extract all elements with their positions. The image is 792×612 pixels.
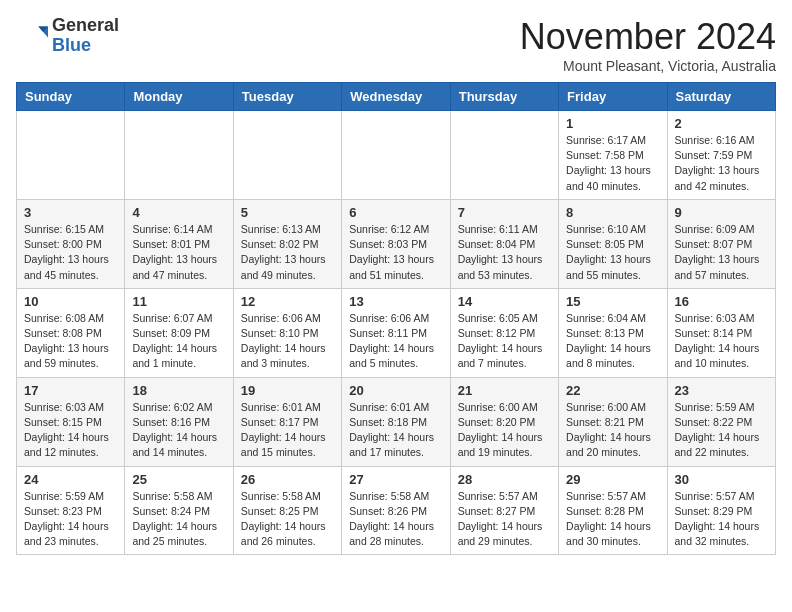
calendar-cell: 21Sunrise: 6:00 AM Sunset: 8:20 PM Dayli…: [450, 377, 558, 466]
day-number: 1: [566, 116, 659, 131]
day-number: 30: [675, 472, 768, 487]
day-info: Sunrise: 6:03 AM Sunset: 8:14 PM Dayligh…: [675, 311, 768, 372]
calendar-cell: 3Sunrise: 6:15 AM Sunset: 8:00 PM Daylig…: [17, 199, 125, 288]
logo-icon: [16, 20, 48, 52]
day-info: Sunrise: 5:58 AM Sunset: 8:25 PM Dayligh…: [241, 489, 334, 550]
calendar-week-row: 24Sunrise: 5:59 AM Sunset: 8:23 PM Dayli…: [17, 466, 776, 555]
calendar-week-row: 17Sunrise: 6:03 AM Sunset: 8:15 PM Dayli…: [17, 377, 776, 466]
calendar-cell: 19Sunrise: 6:01 AM Sunset: 8:17 PM Dayli…: [233, 377, 341, 466]
day-number: 28: [458, 472, 551, 487]
calendar-cell: 1Sunrise: 6:17 AM Sunset: 7:58 PM Daylig…: [559, 111, 667, 200]
day-of-week-header: Tuesday: [233, 83, 341, 111]
calendar-week-row: 1Sunrise: 6:17 AM Sunset: 7:58 PM Daylig…: [17, 111, 776, 200]
day-number: 2: [675, 116, 768, 131]
day-info: Sunrise: 5:57 AM Sunset: 8:27 PM Dayligh…: [458, 489, 551, 550]
day-number: 23: [675, 383, 768, 398]
day-number: 24: [24, 472, 117, 487]
day-info: Sunrise: 6:10 AM Sunset: 8:05 PM Dayligh…: [566, 222, 659, 283]
calendar-cell: 20Sunrise: 6:01 AM Sunset: 8:18 PM Dayli…: [342, 377, 450, 466]
day-info: Sunrise: 6:01 AM Sunset: 8:18 PM Dayligh…: [349, 400, 442, 461]
calendar-cell: 16Sunrise: 6:03 AM Sunset: 8:14 PM Dayli…: [667, 288, 775, 377]
day-info: Sunrise: 6:03 AM Sunset: 8:15 PM Dayligh…: [24, 400, 117, 461]
day-of-week-header: Saturday: [667, 83, 775, 111]
day-number: 11: [132, 294, 225, 309]
calendar-cell: [233, 111, 341, 200]
calendar-week-row: 3Sunrise: 6:15 AM Sunset: 8:00 PM Daylig…: [17, 199, 776, 288]
calendar-cell: 15Sunrise: 6:04 AM Sunset: 8:13 PM Dayli…: [559, 288, 667, 377]
logo-text: General Blue: [52, 16, 119, 56]
calendar-cell: [342, 111, 450, 200]
calendar-cell: 13Sunrise: 6:06 AM Sunset: 8:11 PM Dayli…: [342, 288, 450, 377]
calendar-cell: 7Sunrise: 6:11 AM Sunset: 8:04 PM Daylig…: [450, 199, 558, 288]
calendar-cell: 23Sunrise: 5:59 AM Sunset: 8:22 PM Dayli…: [667, 377, 775, 466]
calendar-cell: 25Sunrise: 5:58 AM Sunset: 8:24 PM Dayli…: [125, 466, 233, 555]
calendar-cell: 6Sunrise: 6:12 AM Sunset: 8:03 PM Daylig…: [342, 199, 450, 288]
day-number: 16: [675, 294, 768, 309]
day-info: Sunrise: 6:06 AM Sunset: 8:10 PM Dayligh…: [241, 311, 334, 372]
calendar-cell: 30Sunrise: 5:57 AM Sunset: 8:29 PM Dayli…: [667, 466, 775, 555]
calendar-cell: 9Sunrise: 6:09 AM Sunset: 8:07 PM Daylig…: [667, 199, 775, 288]
day-number: 8: [566, 205, 659, 220]
day-info: Sunrise: 6:15 AM Sunset: 8:00 PM Dayligh…: [24, 222, 117, 283]
day-number: 22: [566, 383, 659, 398]
day-number: 29: [566, 472, 659, 487]
calendar-cell: 14Sunrise: 6:05 AM Sunset: 8:12 PM Dayli…: [450, 288, 558, 377]
day-info: Sunrise: 6:00 AM Sunset: 8:20 PM Dayligh…: [458, 400, 551, 461]
day-number: 15: [566, 294, 659, 309]
calendar-cell: 11Sunrise: 6:07 AM Sunset: 8:09 PM Dayli…: [125, 288, 233, 377]
calendar-cell: [450, 111, 558, 200]
day-info: Sunrise: 5:59 AM Sunset: 8:23 PM Dayligh…: [24, 489, 117, 550]
day-number: 19: [241, 383, 334, 398]
day-info: Sunrise: 5:58 AM Sunset: 8:26 PM Dayligh…: [349, 489, 442, 550]
day-info: Sunrise: 6:12 AM Sunset: 8:03 PM Dayligh…: [349, 222, 442, 283]
day-info: Sunrise: 6:09 AM Sunset: 8:07 PM Dayligh…: [675, 222, 768, 283]
calendar-cell: 28Sunrise: 5:57 AM Sunset: 8:27 PM Dayli…: [450, 466, 558, 555]
day-info: Sunrise: 5:57 AM Sunset: 8:29 PM Dayligh…: [675, 489, 768, 550]
calendar-cell: 10Sunrise: 6:08 AM Sunset: 8:08 PM Dayli…: [17, 288, 125, 377]
day-info: Sunrise: 6:05 AM Sunset: 8:12 PM Dayligh…: [458, 311, 551, 372]
calendar-cell: 29Sunrise: 5:57 AM Sunset: 8:28 PM Dayli…: [559, 466, 667, 555]
day-info: Sunrise: 6:01 AM Sunset: 8:17 PM Dayligh…: [241, 400, 334, 461]
page-header: General Blue November 2024 Mount Pleasan…: [16, 16, 776, 74]
calendar-cell: 12Sunrise: 6:06 AM Sunset: 8:10 PM Dayli…: [233, 288, 341, 377]
day-info: Sunrise: 6:02 AM Sunset: 8:16 PM Dayligh…: [132, 400, 225, 461]
calendar-table: SundayMondayTuesdayWednesdayThursdayFrid…: [16, 82, 776, 555]
calendar-cell: 22Sunrise: 6:00 AM Sunset: 8:21 PM Dayli…: [559, 377, 667, 466]
calendar-cell: 26Sunrise: 5:58 AM Sunset: 8:25 PM Dayli…: [233, 466, 341, 555]
location: Mount Pleasant, Victoria, Australia: [520, 58, 776, 74]
day-info: Sunrise: 6:07 AM Sunset: 8:09 PM Dayligh…: [132, 311, 225, 372]
day-of-week-header: Thursday: [450, 83, 558, 111]
calendar-cell: 8Sunrise: 6:10 AM Sunset: 8:05 PM Daylig…: [559, 199, 667, 288]
calendar-header-row: SundayMondayTuesdayWednesdayThursdayFrid…: [17, 83, 776, 111]
logo: General Blue: [16, 16, 119, 56]
day-info: Sunrise: 6:00 AM Sunset: 8:21 PM Dayligh…: [566, 400, 659, 461]
day-number: 27: [349, 472, 442, 487]
title-block: November 2024 Mount Pleasant, Victoria, …: [520, 16, 776, 74]
day-number: 14: [458, 294, 551, 309]
calendar-week-row: 10Sunrise: 6:08 AM Sunset: 8:08 PM Dayli…: [17, 288, 776, 377]
day-number: 21: [458, 383, 551, 398]
day-info: Sunrise: 6:06 AM Sunset: 8:11 PM Dayligh…: [349, 311, 442, 372]
day-of-week-header: Wednesday: [342, 83, 450, 111]
day-info: Sunrise: 6:13 AM Sunset: 8:02 PM Dayligh…: [241, 222, 334, 283]
day-number: 3: [24, 205, 117, 220]
day-info: Sunrise: 6:17 AM Sunset: 7:58 PM Dayligh…: [566, 133, 659, 194]
day-info: Sunrise: 6:16 AM Sunset: 7:59 PM Dayligh…: [675, 133, 768, 194]
day-info: Sunrise: 6:04 AM Sunset: 8:13 PM Dayligh…: [566, 311, 659, 372]
calendar-cell: 5Sunrise: 6:13 AM Sunset: 8:02 PM Daylig…: [233, 199, 341, 288]
month-title: November 2024: [520, 16, 776, 58]
day-number: 18: [132, 383, 225, 398]
day-info: Sunrise: 5:59 AM Sunset: 8:22 PM Dayligh…: [675, 400, 768, 461]
calendar-cell: [17, 111, 125, 200]
calendar-cell: 17Sunrise: 6:03 AM Sunset: 8:15 PM Dayli…: [17, 377, 125, 466]
day-info: Sunrise: 5:57 AM Sunset: 8:28 PM Dayligh…: [566, 489, 659, 550]
day-of-week-header: Friday: [559, 83, 667, 111]
day-number: 6: [349, 205, 442, 220]
day-number: 4: [132, 205, 225, 220]
day-of-week-header: Sunday: [17, 83, 125, 111]
day-number: 25: [132, 472, 225, 487]
day-number: 7: [458, 205, 551, 220]
day-number: 5: [241, 205, 334, 220]
day-number: 17: [24, 383, 117, 398]
calendar-cell: 4Sunrise: 6:14 AM Sunset: 8:01 PM Daylig…: [125, 199, 233, 288]
